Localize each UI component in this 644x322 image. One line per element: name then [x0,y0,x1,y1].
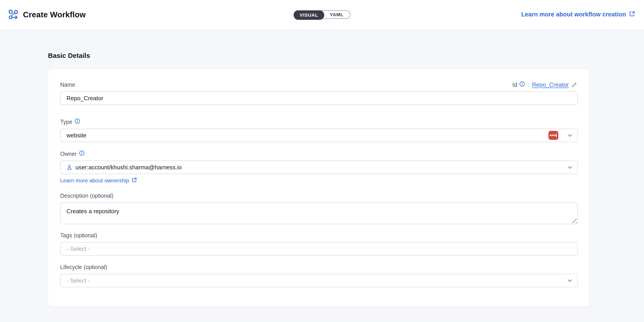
id-label: Id [512,81,517,88]
visual-yaml-toggle[interactable]: VISUAL YAML [294,10,350,19]
toggle-option-visual[interactable]: VISUAL [294,10,324,20]
main-content: Basic Details Name Id : Repo_Creator [0,29,644,307]
id-separator: : [528,81,529,88]
runtime-input-icon[interactable] [548,131,558,140]
entity-id-row: Id : Repo_Creator [512,81,577,88]
page-title: Create Workflow [23,10,86,19]
description-label: Description (optional) [60,193,113,199]
learn-more-workflow-link[interactable]: Learn more about workflow creation [521,10,636,19]
type-label: Type [60,119,72,125]
section-title: Basic Details [48,52,596,59]
learn-more-workflow-label: Learn more about workflow creation [521,11,626,18]
description-textarea[interactable]: Creates a repository [60,202,578,224]
external-link-icon [629,10,636,19]
tags-label: Tags (optional) [60,232,97,239]
chevron-down-icon[interactable] [566,132,573,139]
edit-pencil-icon[interactable] [571,82,577,88]
lifecycle-input[interactable] [66,274,566,287]
name-input[interactable] [60,91,578,105]
lifecycle-label: Lifecycle (optional) [60,264,107,271]
tags-input[interactable] [60,242,578,256]
workflow-icon [8,10,19,19]
external-link-icon [131,177,137,184]
type-input[interactable] [66,129,548,142]
chevron-down-icon[interactable] [566,164,573,171]
info-icon[interactable] [520,81,525,88]
person-icon [66,164,72,170]
learn-more-ownership-link[interactable]: Learn more about ownership [60,177,137,184]
lifecycle-select[interactable] [60,274,578,287]
name-label: Name [60,81,75,88]
owner-label: Owner [60,151,77,157]
owner-input[interactable] [76,161,566,174]
owner-select[interactable] [60,161,578,174]
toggle-option-yaml[interactable]: YAML [323,11,350,18]
learn-more-ownership-label: Learn more about ownership [60,177,129,184]
info-icon[interactable] [79,150,84,157]
type-select[interactable] [60,129,578,142]
id-value-link[interactable]: Repo_Creator [532,81,569,88]
header-title-group: Create Workflow [8,10,86,19]
basic-details-card: Name Id : Repo_Creator [48,69,589,307]
page-header: Create Workflow VISUAL YAML Learn more a… [0,0,644,29]
chevron-down-icon[interactable] [566,277,573,284]
info-icon[interactable] [74,118,80,125]
